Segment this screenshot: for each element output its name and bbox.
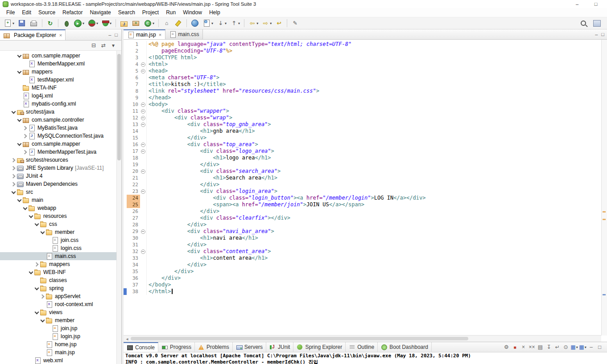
- tree-item-main-jsp[interactable]: main.jsp: [0, 348, 117, 356]
- horizontal-scrollbar[interactable]: ◂: [124, 335, 601, 342]
- new-java-project-button[interactable]: [119, 18, 129, 29]
- fold-collapse-icon[interactable]: [140, 148, 147, 155]
- code-line-37[interactable]: 37</body>: [124, 282, 601, 288]
- occurrence-marker[interactable]: [603, 219, 606, 220]
- code-line-29[interactable]: 29 <div class="navi_bar_area">: [124, 228, 601, 235]
- tree-item-mappers[interactable]: mappers: [0, 260, 117, 268]
- code-line-1[interactable]: 1<%@ page language="java" contentType="t…: [124, 41, 601, 48]
- tree-item-src-test-java[interactable]: src/test/java: [0, 108, 117, 116]
- code-line-7[interactable]: 7<title>kitsch :)</title>: [124, 81, 601, 88]
- previous-annotation-button[interactable]: ▾: [229, 18, 241, 29]
- code-line-31[interactable]: 31 </div>: [124, 241, 601, 248]
- new-class-button[interactable]: ▾: [142, 18, 156, 29]
- tree-item-classes[interactable]: classes: [0, 276, 117, 284]
- maximize-view-button[interactable]: □: [596, 343, 603, 351]
- menu-search[interactable]: Search: [115, 8, 139, 16]
- cursor-line-marker[interactable]: [603, 294, 606, 295]
- tree-item-views[interactable]: views: [0, 308, 117, 316]
- expand-arrow-icon[interactable]: [34, 261, 40, 268]
- collapse-arrow-icon[interactable]: [17, 68, 22, 75]
- scroll-lock-button[interactable]: ↧: [545, 343, 553, 351]
- fold-collapse-icon[interactable]: [140, 168, 147, 175]
- clear-console-button[interactable]: ▤: [537, 343, 544, 351]
- code-line-6[interactable]: 6<meta charset="UTF-8">: [124, 74, 601, 81]
- tree-item-com-sample-mapper[interactable]: com.sample.mapper: [0, 52, 117, 60]
- print-button[interactable]: [28, 18, 39, 29]
- fold-collapse-icon[interactable]: [140, 115, 147, 121]
- search-button[interactable]: [173, 18, 184, 29]
- save-button[interactable]: [17, 18, 27, 29]
- tree-item-log4j-xml[interactable]: log4j.xml: [0, 92, 117, 100]
- collapse-arrow-icon[interactable]: [40, 229, 45, 236]
- view-tab-junit[interactable]: JUnit: [266, 342, 293, 352]
- next-annotation-button[interactable]: ▾: [215, 18, 228, 29]
- code-line-4[interactable]: 4<html>: [124, 61, 601, 68]
- code-line-25[interactable]: 25 <span><a href="/member/join">JOIN US<…: [124, 201, 601, 208]
- quick-access-search-button[interactable]: [579, 18, 587, 29]
- open-type-button[interactable]: [161, 18, 172, 29]
- horizontal-scroll-thumb[interactable]: [131, 337, 468, 340]
- tree-item-join-jsp[interactable]: join.jsp: [0, 324, 117, 332]
- tree-item-spring[interactable]: spring: [0, 284, 117, 292]
- tree-item-web-xml[interactable]: web.xml: [0, 356, 117, 364]
- refresh-button[interactable]: [45, 18, 55, 29]
- pin-console-button[interactable]: ⊙: [562, 343, 570, 351]
- code-line-20[interactable]: 20 <div class="search_area">: [124, 168, 601, 175]
- tree-item-web-inf[interactable]: WEB-INF: [0, 268, 117, 276]
- code-line-30[interactable]: 30 <h1>navi area</h1>: [124, 235, 601, 241]
- expand-arrow-icon[interactable]: [11, 164, 17, 172]
- code-line-5[interactable]: 5<head>: [124, 68, 601, 74]
- expand-arrow-icon[interactable]: [22, 132, 28, 139]
- overview-ruler[interactable]: [601, 40, 607, 335]
- menu-run[interactable]: Run: [162, 8, 179, 16]
- code-editor[interactable]: 1<%@ page language="java" contentType="t…: [124, 40, 601, 335]
- code-line-2[interactable]: 2 pageEncoding="UTF-8"%>: [124, 48, 601, 54]
- editor-tab-main.css[interactable]: main.css: [165, 29, 203, 39]
- code-line-38[interactable]: 38</html>: [124, 288, 601, 295]
- code-line-17[interactable]: 17 <div class="logo_area">: [124, 148, 601, 155]
- tree-item-com-sample-mapper[interactable]: com.sample.mapper: [0, 140, 117, 148]
- view-tab-progress[interactable]: Progress: [158, 342, 195, 352]
- minimize-view-icon[interactable]: –: [108, 32, 111, 37]
- expand-arrow-icon[interactable]: [11, 180, 17, 188]
- tree-item-login-jsp[interactable]: login.jsp: [0, 332, 117, 340]
- collapse-arrow-icon[interactable]: [17, 116, 22, 123]
- code-line-19[interactable]: 19 </div>: [124, 161, 601, 168]
- link-with-editor-button[interactable]: ⇄: [100, 42, 107, 49]
- view-tab-boot-dashboard[interactable]: Boot Dashboard: [378, 342, 432, 352]
- minimize-view-button[interactable]: –: [587, 343, 595, 351]
- fold-collapse-icon[interactable]: [140, 61, 147, 68]
- package-explorer-tab[interactable]: Package Explorer ×: [0, 29, 66, 40]
- code-line-11[interactable]: 11 <div class="wrapper">: [124, 108, 601, 115]
- code-line-28[interactable]: 28 </div>: [124, 221, 601, 228]
- menu-file[interactable]: File: [3, 8, 18, 16]
- code-line-21[interactable]: 21 <h1>Search area</h1>: [124, 175, 601, 181]
- menu-help[interactable]: Help: [206, 8, 224, 16]
- console-settings-button[interactable]: ⚙: [503, 343, 510, 351]
- tree-item-mybatis-config-xml[interactable]: mybatis-config.xml: [0, 100, 117, 108]
- collapse-arrow-icon[interactable]: [22, 204, 28, 212]
- last-edit-location-button[interactable]: [274, 18, 284, 29]
- fold-collapse-icon[interactable]: [140, 121, 147, 128]
- collapse-arrow-icon[interactable]: [40, 317, 45, 324]
- code-line-34[interactable]: 34 </div>: [124, 262, 601, 268]
- code-line-3[interactable]: 3<!DOCTYPE html>: [124, 54, 601, 61]
- tree-item-root-context-xml[interactable]: root-context.xml: [0, 300, 117, 308]
- code-line-33[interactable]: 33 <h1>content area</h1>: [124, 255, 601, 262]
- menu-edit[interactable]: Edit: [18, 8, 35, 16]
- tree-scrollbar-thumb[interactable]: [117, 54, 121, 160]
- menu-refactor[interactable]: Refactor: [59, 8, 86, 16]
- collapse-arrow-icon[interactable]: [34, 221, 40, 228]
- code-line-32[interactable]: 32 <div class="content_area">: [124, 248, 601, 255]
- expand-arrow-icon[interactable]: [22, 124, 28, 131]
- collapse-arrow-icon[interactable]: [11, 188, 17, 196]
- menu-window[interactable]: Window: [179, 8, 206, 16]
- remove-all-terminated-button[interactable]: ××: [528, 343, 536, 351]
- expand-arrow-icon[interactable]: [22, 148, 28, 155]
- menu-source[interactable]: Source: [35, 8, 59, 16]
- display-selected-console-button[interactable]: ▦▾: [570, 343, 578, 351]
- code-line-15[interactable]: 15 </div>: [124, 135, 601, 141]
- code-line-22[interactable]: 22 </div>: [124, 181, 601, 188]
- tree-item-main[interactable]: main: [0, 196, 117, 204]
- tree-item-member[interactable]: member: [0, 228, 117, 236]
